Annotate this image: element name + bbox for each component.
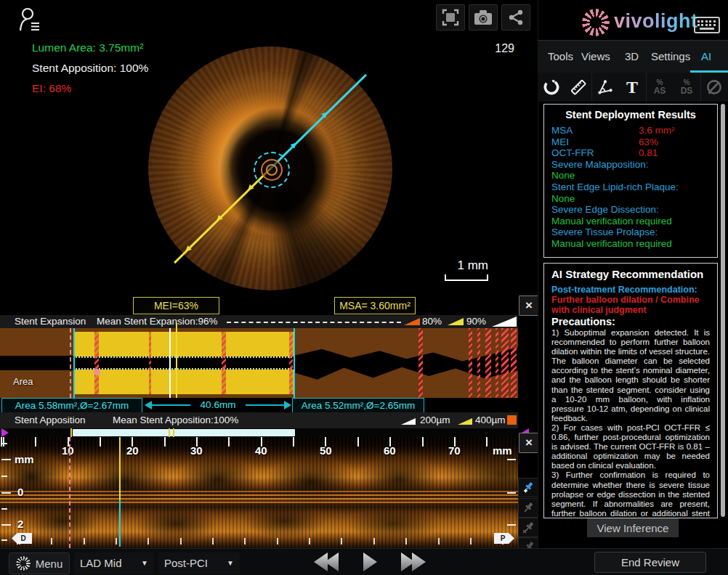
ai-precaution-1: 1) Suboptimal expansion detected. It is … (551, 328, 710, 423)
apposition-tick (173, 428, 174, 437)
rewind-button[interactable] (314, 552, 339, 571)
vivolight-logo-icon (582, 9, 610, 36)
mei-marker-label: MEI=63% (133, 297, 219, 314)
malapposition-mark (94, 332, 99, 394)
result-label: Stent Edge Lipid-rich Plaque: (551, 182, 710, 193)
longitudinal-close-button[interactable]: × (519, 433, 539, 453)
current-frame-line-yellow[interactable] (176, 323, 177, 398)
menu-button[interactable]: Menu (9, 552, 70, 574)
stent-band-bottom (73, 370, 295, 394)
reference-frame-dot (94, 369, 100, 375)
ai-precautions-title: Precautions: (551, 316, 710, 327)
patient-info-icon[interactable] (17, 6, 45, 33)
cross-section-view[interactable]: Lumen Area: 3.75mm² Stent Apposition: 10… (0, 0, 538, 294)
vessel-wall-right-top (295, 328, 518, 363)
expansion-close-button[interactable]: × (519, 295, 539, 316)
legend-400-label: 400µm (475, 415, 506, 425)
text-tool-icon: T (626, 78, 638, 97)
vessel-wall-left-bottom (0, 370, 73, 398)
result-label: OCT-FFR (551, 147, 639, 159)
result-label: MSA (551, 125, 639, 136)
result-value: 0.81 (639, 147, 658, 158)
lumen-contour-top (73, 356, 295, 358)
results-title: Stent Deployment Results (551, 109, 710, 121)
pullback-select[interactable]: LAD Mid ▼ (74, 552, 154, 574)
stent-edge-marker-right[interactable] (294, 328, 295, 398)
text-tool-button[interactable]: T (621, 76, 643, 99)
play-button[interactable] (363, 552, 377, 571)
end-review-button[interactable]: End Review (594, 552, 706, 573)
trace-tool-button[interactable] (541, 76, 562, 99)
view-inference-button[interactable]: View Inference (587, 518, 679, 537)
fullscreen-button[interactable] (436, 4, 465, 30)
dissection-mark (485, 328, 491, 398)
as-percent-icon: % (657, 79, 663, 86)
chevron-down-icon: ▼ (227, 559, 234, 567)
y-axis-tick (1, 539, 7, 541)
bookmark-prev-button[interactable] (518, 518, 539, 537)
stent-expansion-panel[interactable]: Stent Expansion Mean Stent Expansion:96%… (0, 315, 518, 398)
ruler-unit-right: mm (493, 444, 512, 457)
tab-views[interactable]: Views (581, 50, 610, 62)
ruler-tick-label: 20 (126, 444, 139, 457)
as-percent-tool-button[interactable]: % AS (649, 76, 671, 99)
legend-200-label: 200µm (420, 415, 450, 425)
bookmark-pin-button[interactable] (518, 498, 539, 518)
lumen-contour-bottom (73, 368, 295, 370)
y-axis-tick-right (507, 459, 516, 460)
ruler-tool-icon (569, 78, 588, 97)
y-axis-tick (1, 492, 11, 494)
share-button[interactable] (501, 4, 530, 30)
menu-logo-icon (16, 556, 31, 571)
dissection-mark (469, 328, 472, 398)
snapshot-button[interactable] (469, 4, 498, 30)
play-icon (363, 552, 377, 571)
tab-settings[interactable]: Settings (651, 50, 690, 62)
apposition-strip-row (0, 428, 518, 437)
ruler-tool-button[interactable] (567, 76, 589, 99)
bottom-ticks (0, 538, 518, 545)
current-frame-line-yellow[interactable] (119, 437, 121, 500)
longitudinal-view[interactable]: 10 20 30 40 50 60 70 mm mm 0 2 D P (0, 437, 518, 548)
tab-ai[interactable]: AI (701, 50, 711, 62)
pushpin-blue-icon (522, 481, 536, 495)
dissection-mark (511, 328, 517, 398)
stent-edge-marker-left[interactable] (73, 328, 75, 398)
catheter-marker (254, 152, 290, 188)
fast-forward-button[interactable] (401, 552, 426, 571)
legend-white-ramp-icon (492, 317, 517, 327)
result-value: None (551, 193, 710, 205)
keyboard-icon[interactable] (694, 17, 720, 33)
mean-apposition-label: Mean Stent Apposition:100% (113, 415, 238, 425)
as-label: AS (654, 86, 666, 96)
phase-select[interactable]: Post-PCI ▼ (158, 552, 240, 574)
current-frame-line-cyan[interactable] (119, 500, 121, 547)
stent-deployment-results-panel: Stent Deployment Results MSA3.6 mm² MEI6… (543, 104, 718, 258)
legend-90-ramp-icon (448, 318, 464, 325)
clear-annotations-button[interactable] (703, 76, 725, 99)
tab-tools[interactable]: Tools (548, 50, 573, 62)
share-icon (508, 9, 524, 25)
malapposition-mark (149, 332, 151, 394)
ds-percent-tool-button[interactable]: % DS (676, 76, 697, 99)
ei-readout: EI: 68% (32, 82, 71, 95)
y-axis-tick (1, 524, 11, 526)
bookmark-add-button[interactable] (518, 478, 539, 497)
result-value: Manual verification required (551, 238, 710, 250)
ai-strategy-panel: AI Strategy Recommendation Post-treatmen… (543, 263, 718, 518)
area-left-readout: Area 5.58mm²,Ø=2.67mm (1, 398, 142, 413)
reference-frame-line (69, 437, 70, 548)
legend-90-label: 90% (466, 316, 486, 327)
stent-band-top (73, 332, 295, 356)
angle-tool-button[interactable] (594, 76, 616, 99)
panel-scrollbar[interactable] (721, 104, 725, 517)
y-axis-tick (1, 443, 7, 444)
y-axis-label-mm: mm (15, 453, 34, 465)
malapposition-mark (289, 332, 293, 394)
tab-3d[interactable]: 3D (625, 50, 639, 62)
menu-label: Menu (36, 558, 63, 570)
legend-80-ramp-icon (404, 318, 420, 325)
expansion-title: Stent Expansion (15, 316, 86, 327)
expansion-chart[interactable]: Area (0, 328, 518, 398)
range-handle-left[interactable] (1, 428, 9, 437)
